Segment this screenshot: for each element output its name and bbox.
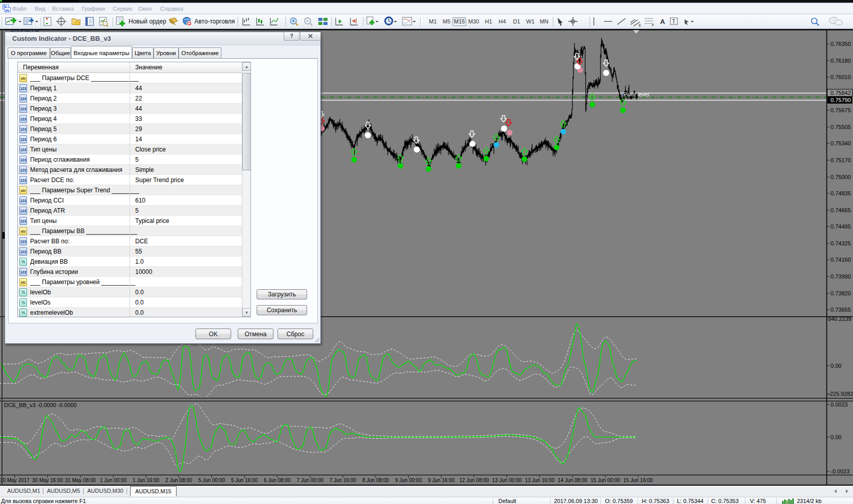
svg-text:-0.0023: -0.0023 (831, 468, 849, 474)
svg-text:30 May 2017: 30 May 2017 (0, 477, 30, 483)
svg-text:5 Jun 16:00: 5 Jun 16:00 (231, 477, 258, 483)
svg-text:6 Jun 08:00: 6 Jun 08:00 (264, 477, 291, 483)
svg-text:0.74835: 0.74835 (831, 190, 851, 196)
svg-text:0.75505: 0.75505 (831, 124, 851, 130)
svg-text:15 Jun 00:00: 15 Jun 00:00 (590, 477, 620, 483)
svg-text:13 Jun 16:00: 13 Jun 16:00 (525, 477, 555, 483)
svg-text:0.75000: 0.75000 (831, 174, 851, 180)
svg-text:15 Jun 16:00: 15 Jun 16:00 (623, 477, 653, 483)
svg-text:0.76010: 0.76010 (831, 74, 851, 80)
svg-text:0.00: 0.00 (831, 434, 841, 440)
svg-text:0.75675: 0.75675 (831, 107, 851, 113)
svg-text:0.74665: 0.74665 (831, 207, 851, 213)
svg-text:A: A (660, 18, 665, 26)
svg-text:Новый ордер: Новый ордер (129, 18, 166, 25)
svg-text:0.73990: 0.73990 (831, 273, 851, 280)
svg-text:12 Jun 08:00: 12 Jun 08:00 (459, 477, 489, 483)
svg-text:13 Jun 00:00: 13 Jun 00:00 (492, 477, 522, 483)
svg-text:9 Jun 16:00: 9 Jun 16:00 (428, 477, 455, 483)
svg-text:0.75340: 0.75340 (831, 140, 851, 146)
svg-text:-225.9282: -225.9282 (828, 391, 853, 397)
svg-text:T: T (672, 19, 675, 24)
svg-text:0.76180: 0.76180 (831, 58, 851, 64)
svg-text:DCE_BB_v3 -0.0000 -0.0000: DCE_BB_v3 -0.0000 -0.0000 (4, 402, 77, 408)
svg-text:Pivot level: Pivot level (623, 91, 649, 97)
svg-text:0.00: 0.00 (831, 363, 841, 369)
svg-text:5 Jun 00:00: 5 Jun 00:00 (198, 477, 225, 483)
svg-text:0.75790: 0.75790 (831, 97, 851, 103)
svg-text:E: E (639, 23, 641, 27)
svg-text:2 Jun 08:00: 2 Jun 08:00 (165, 477, 192, 483)
svg-text:0.73820: 0.73820 (831, 290, 851, 296)
svg-text:7 Jun 16:00: 7 Jun 16:00 (330, 477, 357, 483)
svg-text:9 Jun 00:00: 9 Jun 00:00 (395, 477, 422, 483)
svg-text:31 May 08:00: 31 May 08:00 (65, 477, 96, 483)
svg-text:0.74325: 0.74325 (831, 240, 851, 246)
svg-text:0.75170: 0.75170 (831, 157, 851, 163)
svg-text:14 Jun 08:00: 14 Jun 08:00 (558, 477, 587, 483)
svg-text:30 May 16:00: 30 May 16:00 (32, 477, 63, 483)
svg-text:0.73655: 0.73655 (831, 307, 851, 313)
svg-text:0.0023: 0.0023 (831, 401, 848, 408)
svg-text:0.74495: 0.74495 (831, 223, 851, 230)
svg-text:7 Jun 00:00: 7 Jun 00:00 (297, 477, 324, 483)
svg-text:F: F (652, 23, 654, 27)
svg-text:0.74160: 0.74160 (831, 257, 851, 263)
svg-text:340.2239: 340.2239 (828, 316, 851, 322)
svg-text:8 Jun 08:00: 8 Jun 08:00 (362, 477, 389, 483)
svg-text:0.75842: 0.75842 (831, 90, 851, 96)
svg-text:1 Jun 00:00: 1 Jun 00:00 (100, 477, 127, 483)
svg-text:Авто-торговля: Авто-торговля (194, 18, 235, 25)
svg-text:0.76350: 0.76350 (831, 41, 851, 47)
svg-text:1 Jun 16:00: 1 Jun 16:00 (133, 477, 160, 483)
